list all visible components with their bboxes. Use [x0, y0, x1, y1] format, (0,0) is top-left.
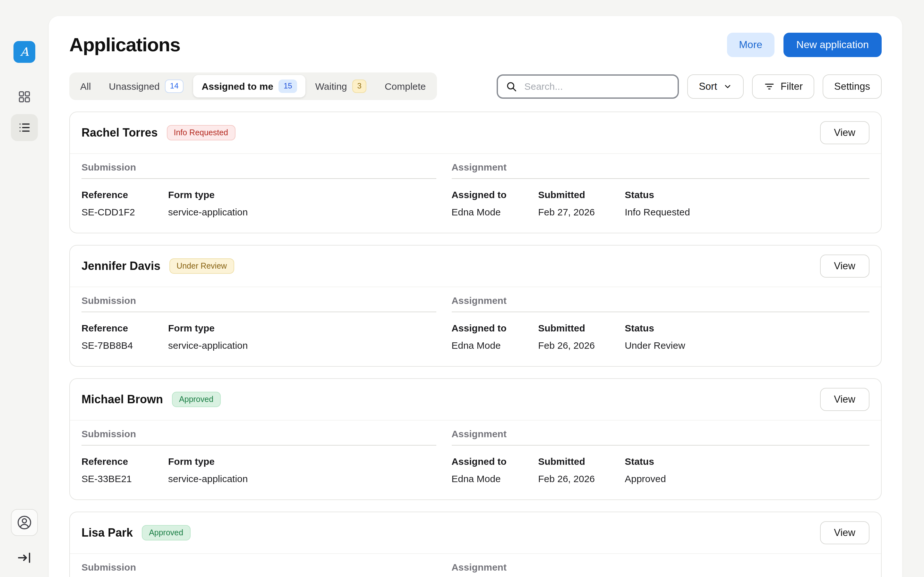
tab-label: Assigned to me	[202, 81, 273, 92]
assignment-section-title: Assignment	[451, 295, 869, 313]
status-value: Approved	[625, 474, 704, 484]
submission-section-title: Submission	[81, 429, 436, 446]
assigned-to-value: Edna Mode	[451, 340, 530, 351]
view-button[interactable]: View	[820, 522, 869, 545]
view-button[interactable]: View	[820, 388, 869, 411]
sidebar-item-applications[interactable]	[11, 114, 38, 141]
tab-all[interactable]: All	[72, 76, 99, 96]
sort-button[interactable]: Sort	[687, 74, 743, 98]
tab-count-badge: 3	[352, 79, 367, 93]
assigned-to-label: Assigned to	[451, 189, 530, 200]
assigned-to-label: Assigned to	[451, 323, 530, 334]
status-label: Status	[625, 189, 704, 200]
logout-button[interactable]	[17, 550, 32, 566]
settings-label: Settings	[834, 81, 870, 92]
status-label: Status	[625, 323, 704, 334]
tab-label: Waiting	[315, 81, 347, 92]
view-button[interactable]: View	[820, 255, 869, 278]
view-button[interactable]: View	[820, 121, 869, 145]
submitted-label: Submitted	[538, 323, 617, 334]
card-header: Michael Brown Approved View	[70, 379, 881, 421]
sort-label: Sort	[699, 81, 717, 92]
status-label: Status	[625, 456, 704, 467]
page-title: Applications	[69, 34, 180, 56]
tab-complete[interactable]: Complete	[376, 76, 434, 96]
app-window: A	[0, 0, 924, 577]
assignment-section-title: Assignment	[451, 562, 869, 577]
assignment-section: Assignment Assigned to Submitted	[451, 562, 869, 577]
reference-value: SE-CDD1F2	[81, 207, 160, 218]
assignment-section: Assignment Assigned to Edna Mode Submitt…	[451, 162, 869, 218]
svg-text:A: A	[20, 45, 29, 58]
assignment-section-title: Assignment	[451, 429, 869, 446]
assigned-to-value: Edna Mode	[451, 474, 530, 484]
filter-button[interactable]: Filter	[752, 74, 814, 98]
sidebar-nav	[11, 83, 38, 141]
more-button[interactable]: More	[727, 33, 774, 57]
person-icon	[16, 514, 33, 531]
card-header: Jennifer Davis Under Review View	[70, 246, 881, 287]
application-card: Rachel Torres Info Requested View Submis…	[69, 112, 882, 234]
tab-assigned-to-me[interactable]: Assigned to me 15	[194, 75, 306, 98]
submission-section-title: Submission	[81, 562, 436, 577]
reference-label: Reference	[81, 323, 160, 334]
status-badge: Info Requested	[166, 125, 235, 141]
form-type-label: Form type	[168, 323, 248, 334]
tab-count-badge: 15	[278, 79, 297, 93]
form-type-value: service-application	[168, 340, 248, 351]
form-type-value: service-application	[168, 474, 248, 484]
new-application-button[interactable]: New application	[783, 33, 882, 57]
assignment-section: Assignment Assigned to Edna Mode Submitt…	[451, 429, 869, 484]
submitted-value: Feb 27, 2026	[538, 207, 617, 218]
logo-a-icon: A	[17, 44, 32, 60]
settings-button[interactable]: Settings	[822, 74, 882, 98]
filter-icon	[763, 81, 775, 92]
assigned-to-value: Edna Mode	[451, 207, 530, 218]
tab-waiting[interactable]: Waiting 3	[307, 75, 375, 98]
submission-section: Submission Reference SE-7BB8B4 Form type…	[81, 295, 436, 351]
application-card: Jennifer Davis Under Review View Submiss…	[69, 245, 882, 367]
sidebar-item-dashboard[interactable]	[11, 83, 38, 110]
application-list: Rachel Torres Info Requested View Submis…	[69, 112, 882, 577]
card-body: Submission Reference SE-7BB8B4 Form type…	[70, 287, 881, 366]
reference-label: Reference	[81, 456, 160, 467]
filter-label: Filter	[780, 81, 803, 92]
card-body: Submission Reference SE-33BE21 Form type…	[70, 421, 881, 500]
submitted-label: Submitted	[538, 456, 617, 467]
status-value: Under Review	[625, 340, 704, 351]
submission-section: Submission Reference Form type	[81, 562, 436, 577]
card-header: Rachel Torres Info Requested View	[70, 113, 881, 154]
status-tabs: All Unassigned 14 Assigned to me 15 Wait…	[69, 73, 437, 100]
list-icon	[17, 121, 31, 135]
account-button[interactable]	[11, 509, 38, 536]
applicant-name: Jennifer Davis	[81, 259, 160, 273]
applicant-name: Rachel Torres	[81, 126, 158, 140]
search-icon	[506, 81, 517, 92]
controls-row: All Unassigned 14 Assigned to me 15 Wait…	[69, 73, 882, 100]
status-badge: Under Review	[170, 259, 234, 274]
reference-value: SE-7BB8B4	[81, 340, 160, 351]
chevron-down-icon	[723, 82, 732, 91]
card-body: Submission Reference Form type	[70, 554, 881, 577]
tab-label: Complete	[384, 81, 426, 92]
submitted-value: Feb 26, 2026	[538, 474, 617, 484]
applicant-name: Lisa Park	[81, 526, 133, 540]
assigned-to-label: Assigned to	[451, 456, 530, 467]
status-value: Info Requested	[625, 207, 704, 218]
submitted-label: Submitted	[538, 189, 617, 200]
search-box	[497, 74, 679, 98]
applicant-name: Michael Brown	[81, 393, 163, 406]
grid-icon	[17, 90, 31, 104]
form-type-value: service-application	[168, 207, 248, 218]
submitted-value: Feb 26, 2026	[538, 340, 617, 351]
submission-section: Submission Reference SE-CDD1F2 Form type…	[81, 162, 436, 218]
status-badge: Approved	[172, 392, 220, 408]
form-type-label: Form type	[168, 456, 248, 467]
reference-value: SE-33BE21	[81, 474, 160, 484]
assignment-section: Assignment Assigned to Edna Mode Submitt…	[451, 295, 869, 351]
tab-unassigned[interactable]: Unassigned 14	[100, 75, 192, 98]
status-badge: Approved	[142, 525, 190, 541]
reference-label: Reference	[81, 189, 160, 200]
application-card: Michael Brown Approved View Submission R…	[69, 379, 882, 500]
search-input[interactable]	[523, 80, 670, 92]
